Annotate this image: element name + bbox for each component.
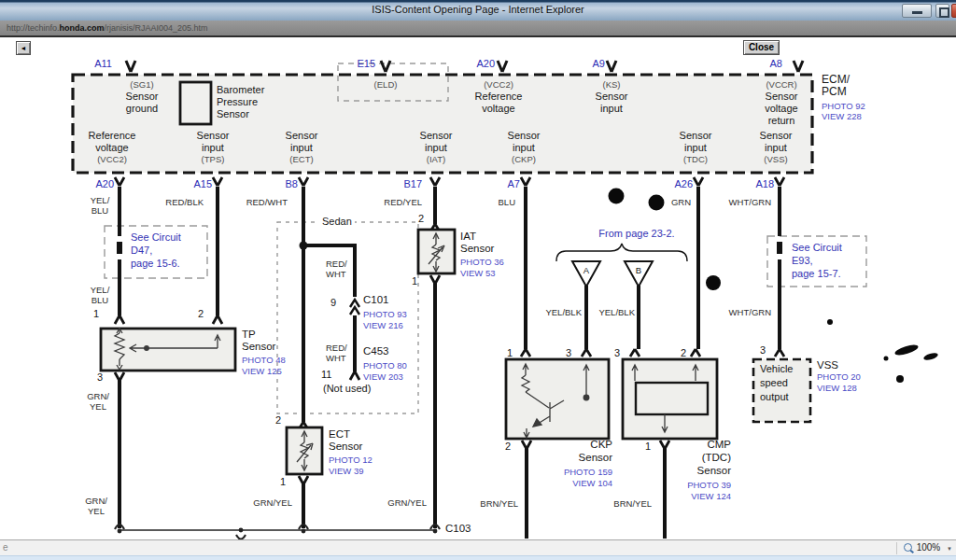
pin-label-a15: A15 (175, 178, 212, 190)
ckp-name-1: CKP (556, 439, 612, 451)
sedan-label: Sedan (319, 216, 355, 228)
c101-view-link[interactable]: VIEW 216 (363, 320, 403, 331)
ckp-pin-3: 3 (566, 347, 571, 359)
wire-wht-grn-2: WHT/GRN (719, 307, 771, 317)
ect-name-2: Sensor (329, 441, 362, 453)
pin-label-a18: A18 (737, 178, 774, 190)
c453-name: C453 (363, 345, 389, 357)
c101-photo-link[interactable]: PHOTO 93 (363, 309, 407, 320)
wire-red-wht-3: RED/WHT (326, 343, 347, 363)
ecm-func-vss: Sensorinput(VSS) (743, 130, 808, 165)
cmp-name-3: Sensor (675, 465, 731, 477)
c103-name: C103 (445, 523, 471, 535)
wire-red-blk: RED/BLK (151, 197, 204, 207)
wire-brn-yel-ckp: BRN/YEL (466, 498, 518, 509)
barometer-label: Barometer Pressure Sensor (217, 84, 264, 120)
ecm-view-link[interactable]: VIEW 228 (822, 111, 862, 122)
vss-pin-3: 3 (760, 344, 766, 357)
ckp-pin-1: 1 (507, 347, 513, 359)
c101-name: C101 (363, 294, 389, 306)
tp-view-link[interactable]: VIEW 125 (242, 366, 282, 377)
wire-grn-yel-tp2: GRN/YEL (80, 496, 112, 516)
wire-blu: BLU (478, 197, 515, 207)
pin-label-b17: B17 (385, 178, 422, 190)
zoom-level: 100% (917, 542, 941, 553)
vss-view-link[interactable]: VIEW 128 (817, 383, 857, 394)
ckp-photo-link[interactable]: PHOTO 159 (556, 467, 612, 478)
wire-red-wht: RED/WHT (235, 197, 288, 207)
pin-label-a7: A7 (483, 178, 520, 190)
ecm-func-vccr: (VCCR) Sensor voltage return (745, 79, 818, 127)
ink-specks (609, 189, 939, 384)
ecm-func-ect: Sensorinput(ECT) (269, 130, 334, 165)
pin-label-a9: A9 (568, 58, 605, 70)
statusbar-strip (0, 555, 956, 560)
c103-bus (115, 525, 440, 539)
pin-label-a8: A8 (745, 58, 782, 70)
ecm-func-vcc2: Referencevoltage(VCC2) (79, 130, 145, 165)
triangle-a-label: A (579, 264, 594, 276)
triangle-b-label: B (631, 264, 646, 276)
ecm-func-eld: (ELD) (353, 79, 418, 91)
vss-output-label: Vehicle speed output (760, 362, 793, 404)
zoom-control[interactable]: 100% ▼ (904, 542, 952, 554)
status-separator (896, 542, 897, 554)
note-see-circuit-d47[interactable]: See Circuit D47, page 15-6. (131, 231, 181, 270)
cmp-pin-2: 2 (681, 347, 686, 359)
iat-photo-link[interactable]: PHOTO 36 (460, 257, 504, 268)
wire-yel-blk-a: YEL/BLK (535, 307, 582, 317)
wire-grn: GRN (654, 197, 691, 207)
cmp-view-link[interactable]: VIEW 124 (675, 491, 731, 502)
browser-window: ISIS-Content Opening Page - Internet Exp… (0, 0, 956, 560)
wire-wht-grn-1: WHT/GRN (719, 197, 771, 207)
ecm-func-tps: Sensorinput(TPS) (180, 130, 246, 165)
wire-red-yel: RED/YEL (370, 197, 422, 207)
wire-yel-blu-2: YEL/BLU (84, 285, 116, 305)
c453-view-link[interactable]: VIEW 203 (363, 371, 403, 383)
ect-view-link[interactable]: VIEW 39 (329, 466, 364, 477)
wire-yel-blk-b: YEL/BLK (588, 307, 635, 317)
tp-name-2: Sensor (242, 341, 275, 353)
tp-name-1: TP (242, 329, 256, 341)
c453-pin-11: 11 (321, 369, 331, 381)
sensor-boxes (101, 230, 810, 474)
pin-label-e15: E15 (338, 58, 375, 70)
iat-view-link[interactable]: VIEW 53 (460, 268, 496, 279)
ecm-photo-link[interactable]: PHOTO 92 (822, 101, 865, 112)
pin-label-a26: A26 (655, 178, 693, 190)
wire-red-wht-2: RED/WHT (326, 259, 347, 279)
iat-name-1: IAT (460, 231, 476, 243)
ckp-view-link[interactable]: VIEW 104 (556, 478, 612, 489)
ecm-func-ks: (KS) Sensor input (574, 79, 649, 115)
pin-label-a20-top: A20 (457, 58, 495, 70)
ect-pin-1: 1 (280, 476, 286, 488)
iat-pin-2: 2 (418, 213, 424, 225)
ect-name-1: ECT (329, 428, 350, 441)
wire-grn-yel-tp: GRN/YEL (82, 391, 114, 412)
ecm-func-iat: Sensorinput(IAT) (403, 130, 469, 165)
cmp-name-1: CMP (675, 439, 731, 451)
cmp-name-2: (TDC) (675, 452, 731, 464)
wire-grn-yel-ect: GRN/YEL (240, 497, 292, 508)
ecm-func-sg1: (SG1) Sensor ground (105, 79, 179, 115)
zoom-caret-icon[interactable]: ▼ (947, 546, 952, 552)
cmp-photo-link[interactable]: PHOTO 39 (675, 480, 731, 491)
tp-pin-1: 1 (93, 308, 99, 320)
note-see-circuit-e93[interactable]: See Circuit E93, page 15-7. (792, 241, 842, 280)
pin-label-b8: B8 (260, 178, 298, 190)
iat-pin-1: 1 (412, 275, 417, 287)
c101-pin-9: 9 (330, 297, 336, 309)
pin-label-a11: A11 (75, 58, 112, 70)
wire-grn-yel-iat: GRN/YEL (374, 497, 427, 508)
ect-photo-link[interactable]: PHOTO 12 (329, 455, 373, 466)
ecm-title: ECM/ PCM (822, 74, 850, 98)
vss-name: VSS (817, 359, 838, 371)
ckp-pin-2: 2 (505, 441, 511, 453)
iat-name-2: Sensor (460, 243, 494, 255)
tp-photo-link[interactable]: PHOTO 48 (242, 355, 286, 366)
vss-photo-link[interactable]: PHOTO 20 (817, 371, 861, 383)
tp-pin-2: 2 (198, 308, 204, 320)
c453-photo-link[interactable]: PHOTO 80 (363, 360, 407, 371)
ecm-func-ckp: Sensorinput(CKP) (491, 130, 556, 165)
note-from-page[interactable]: From page 23-2. (567, 228, 707, 240)
